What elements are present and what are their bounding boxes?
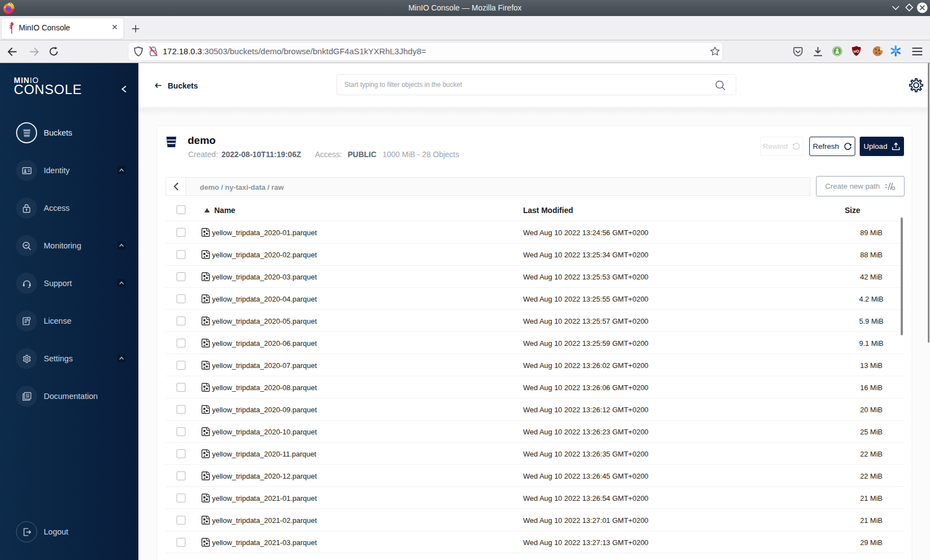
svg-text:uO: uO [854, 49, 860, 54]
